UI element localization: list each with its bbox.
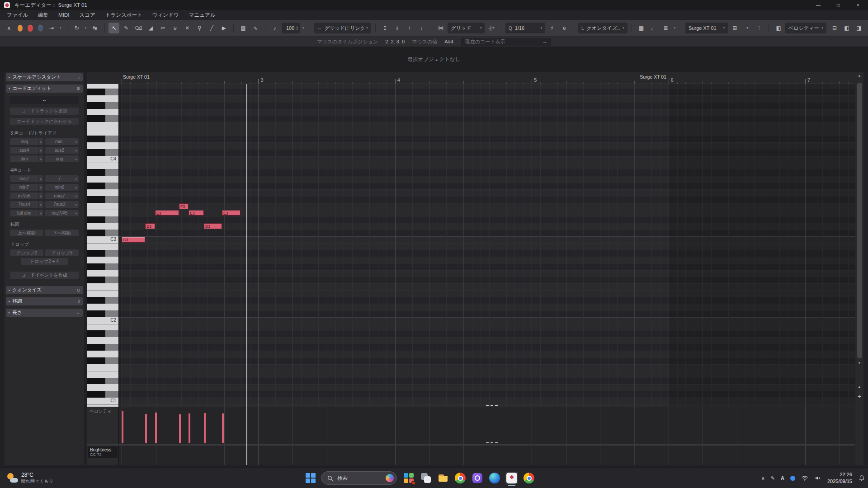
select-tool[interactable]: ↖ xyxy=(108,23,119,33)
cc-lane[interactable] xyxy=(119,446,855,465)
split-tool[interactable]: ✂ xyxy=(157,23,168,33)
weather-widget[interactable]: 28°C 晴れ時々くもり xyxy=(4,468,56,488)
edge-icon[interactable] xyxy=(488,472,501,484)
midi-note-e3-2[interactable]: E3 xyxy=(155,210,179,216)
piano-key-C2[interactable]: C2 xyxy=(87,317,118,324)
event-colors-dropdown[interactable]: ベロシティー▾ xyxy=(785,23,826,33)
piano-key-D3[interactable] xyxy=(87,223,118,230)
piano-key-D#4[interactable] xyxy=(87,136,118,142)
chord-variation-arrow[interactable]: ▶ xyxy=(74,201,79,208)
piano-key-C1[interactable]: C1 xyxy=(87,398,118,404)
length-quantize-dropdown[interactable]: ⇔グリッドにリンク▾ xyxy=(314,23,371,33)
play-tool[interactable]: ▶ xyxy=(218,23,229,33)
chord-button-dim[interactable]: dim▶ xyxy=(10,155,43,162)
quantize-panel-icon[interactable]: e xyxy=(559,23,570,33)
piano-key-F#2[interactable] xyxy=(87,277,118,283)
chord-variation-arrow[interactable]: ▶ xyxy=(38,147,43,154)
piano-key-A2[interactable] xyxy=(87,257,118,263)
midi-input-icon[interactable]: ♩ xyxy=(648,23,659,33)
maximize-button[interactable]: □ xyxy=(828,0,848,10)
show-part-borders-icon[interactable]: ⊞ xyxy=(729,23,740,33)
independent-loop-icon[interactable]: ↻ xyxy=(71,23,82,33)
piano-key-C3[interactable]: C3 xyxy=(87,236,118,243)
insert-velocity-icon[interactable]: ♪ xyxy=(269,23,280,33)
piano-key-D#1[interactable] xyxy=(87,378,118,385)
piano-key-G#1[interactable] xyxy=(87,344,118,351)
length-q-dropdown[interactable]: Lクオンタイズ..▾ xyxy=(578,23,627,33)
midi-note-e3-4[interactable]: E3 xyxy=(189,210,204,216)
piano-key-C#3[interactable] xyxy=(87,230,118,236)
section-transpose[interactable]: ▸ 移調 ♯ xyxy=(6,297,83,305)
hidden-icons-chevron[interactable]: ∧ xyxy=(761,475,765,481)
chord-variation-arrow[interactable]: ▶ xyxy=(74,175,79,182)
chord-button-maj[interactable]: maj▶ xyxy=(10,138,43,145)
chord-button-min6[interactable]: min6▶ xyxy=(45,184,79,191)
piano-key-F2[interactable] xyxy=(87,283,118,290)
solo-editor-button[interactable] xyxy=(18,25,23,32)
grid-type-dropdown[interactable]: グリッド▾ xyxy=(448,23,485,33)
window-layout-icon[interactable]: ⊟ xyxy=(829,23,840,33)
part-selector-dropdown[interactable]: Surge XT 01▾ xyxy=(685,23,728,33)
line-tool[interactable]: ╱ xyxy=(206,23,217,33)
chord-variation-arrow[interactable]: ▶ xyxy=(74,147,79,154)
piano-key-B4[interactable] xyxy=(87,84,118,89)
piano-key-B2[interactable] xyxy=(87,243,118,250)
piano-key-C4[interactable]: C4 xyxy=(87,156,118,163)
velocity-curve-icon[interactable]: ∿ xyxy=(250,23,261,33)
velocity-bar-1[interactable] xyxy=(145,414,147,443)
left-zone-toggle-icon[interactable]: ◧ xyxy=(841,23,852,33)
piano-key-C#2[interactable] xyxy=(87,310,118,317)
velocity-bar-5[interactable] xyxy=(204,413,206,443)
inversion-button--[interactable]: 上へ移動 xyxy=(10,230,43,236)
zoom-tool[interactable]: ⚲ xyxy=(194,23,205,33)
section-quantize[interactable]: ▸ クオンタイズ Q xyxy=(6,286,83,294)
midi-note-d3-5[interactable]: D3 xyxy=(204,223,222,229)
autoscroll-icon[interactable]: ⇥ xyxy=(46,23,57,33)
clock[interactable]: 22:26 2025/09/15 xyxy=(827,471,852,485)
cc-lane-chip[interactable]: Brightness CC 74 xyxy=(88,446,118,458)
chord-button-maj7[interactable]: maj7▶ xyxy=(10,175,43,182)
lane-resize-handle[interactable] xyxy=(486,405,498,406)
chord-variation-arrow[interactable]: ▶ xyxy=(74,138,79,145)
draw-tool[interactable]: ✎ xyxy=(121,23,132,33)
piano-key-F1[interactable] xyxy=(87,364,118,371)
piano-key-D1[interactable] xyxy=(87,384,118,391)
piano-key-B3[interactable] xyxy=(87,163,118,169)
chord-variation-arrow[interactable]: ▶ xyxy=(38,184,43,191)
chord-variation-arrow[interactable]: ▶ xyxy=(38,138,43,145)
piano-key-E4[interactable] xyxy=(87,129,118,136)
menu-item-4[interactable]: トランスポート xyxy=(100,10,147,20)
piano-key-G#2[interactable] xyxy=(87,263,118,270)
section-scale-assistant[interactable]: ▸ スケールアシスタント ♪ xyxy=(6,73,83,81)
pen-icon[interactable]: ✎ xyxy=(771,475,775,481)
start-button[interactable] xyxy=(306,473,316,483)
chord-variation-arrow[interactable]: ▶ xyxy=(38,155,43,162)
note-layers-icon[interactable]: ≣ xyxy=(660,23,671,33)
inversion-button--[interactable]: 下へ移動 xyxy=(45,230,79,236)
info-line-toggle-icon[interactable]: ▤ xyxy=(238,23,249,33)
chord-button-maj7-5[interactable]: maj7/#5▶ xyxy=(45,210,79,216)
zoom-in-button[interactable]: + xyxy=(855,393,863,400)
step-input-icon[interactable]: ▦ xyxy=(636,23,646,33)
purple-app-icon[interactable] xyxy=(471,472,484,484)
independent-loop-dropdown[interactable]: ▾ xyxy=(84,23,88,33)
velocity-bar-4[interactable] xyxy=(189,413,190,443)
velocity-bar-3[interactable] xyxy=(179,414,181,443)
piano-key-A3[interactable] xyxy=(87,176,118,183)
follow-chord-track-button[interactable]: コードトラックに合わせる xyxy=(10,118,79,125)
chord-button-sus4[interactable]: sus4▶ xyxy=(10,147,43,154)
chord-variation-arrow[interactable]: ▶ xyxy=(74,210,79,216)
quantize-preset-dropdown[interactable]: Q1/16▾ xyxy=(505,23,545,33)
piano-key-F#3[interactable] xyxy=(87,196,118,203)
trim-tool[interactable]: ◢ xyxy=(145,23,156,33)
midi-note-e3-6[interactable]: E3 xyxy=(222,210,241,216)
notifications-bell-icon[interactable] xyxy=(858,474,865,482)
chord-variation-arrow[interactable]: ▶ xyxy=(38,201,43,208)
chord-button-full-dim[interactable]: full dim▶ xyxy=(10,210,43,216)
midi-note-f3-3[interactable]: F3 xyxy=(179,203,189,209)
scroll-up-arrow[interactable]: ▲ xyxy=(855,74,863,78)
piano-key-B1[interactable] xyxy=(87,324,118,331)
scroll-down-arrow[interactable]: ▼ xyxy=(855,361,863,365)
chord-variation-arrow[interactable]: ▶ xyxy=(38,175,43,182)
autoscroll-dropdown[interactable]: ▾ xyxy=(58,23,63,33)
